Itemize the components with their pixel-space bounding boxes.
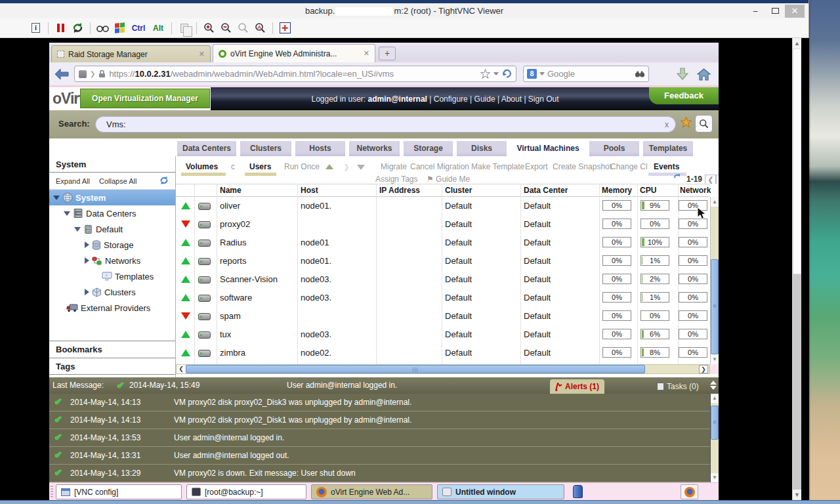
fullscreen-icon[interactable]: ✛ — [278, 21, 292, 35]
expand-arrow-icon[interactable] — [85, 289, 89, 295]
col-header-memory[interactable]: Memory — [602, 186, 632, 195]
sidebar-bookmarks-header[interactable]: Bookmarks — [49, 341, 175, 357]
vm-row-radius[interactable]: Radius node01 Default Default 0% 10% 0% — [176, 234, 710, 252]
zoom-out-icon[interactable] — [219, 21, 233, 35]
expand-all-link[interactable]: Expand All — [56, 177, 90, 185]
taskbar-ovirt-window[interactable]: oVirt Engine Web Ad... — [311, 484, 432, 499]
tab-storage[interactable]: Storage — [402, 140, 454, 156]
tree-item-storage[interactable]: Storage — [49, 237, 175, 253]
tab-hosts[interactable]: Hosts — [294, 140, 346, 156]
site-identity-icon[interactable] — [79, 70, 87, 78]
taskbar-vnc-config[interactable]: [VNC config] — [56, 484, 182, 499]
event-row[interactable]: ✔ 2014-May-14, 13:29 VM proxy02 is down.… — [49, 465, 710, 482]
expand-arrow-icon[interactable] — [85, 242, 89, 248]
event-row[interactable]: ✔ 2014-May-14, 14:13 VM proxy02 disk pro… — [49, 411, 710, 429]
tab-templates[interactable]: Templates — [642, 140, 694, 156]
refresh-icon[interactable] — [71, 21, 85, 35]
vm-row-reports[interactable]: reports node01. Default Default 0% 1% 0% — [176, 252, 710, 270]
collapse-arrow-icon[interactable] — [64, 211, 70, 216]
subtab-users[interactable]: Users — [249, 162, 271, 171]
event-row[interactable]: ✔ 2014-May-14, 13:31 User admin@internal… — [49, 447, 710, 465]
file-transfer-icon[interactable] — [177, 21, 191, 35]
new-connection-icon[interactable] — [0, 21, 9, 35]
run-icon[interactable] — [326, 164, 333, 169]
browser-tab-ovirt[interactable]: oVirt Engine Web Administra... ✕ — [213, 44, 375, 62]
web-search-input[interactable] — [547, 69, 632, 79]
run-once-button[interactable]: Run Once — [284, 162, 320, 171]
tab-pools[interactable]: Pools — [588, 140, 640, 156]
vm-grid-scrollbar[interactable]: ▲ ≡ ▼ — [710, 197, 719, 364]
alerts-button[interactable]: Alerts (1) — [550, 379, 604, 394]
tasks-button[interactable]: Tasks (0) — [652, 379, 704, 394]
tree-item-clusters[interactable]: Clusters — [49, 284, 175, 300]
panel-collapse-control[interactable] — [710, 381, 717, 390]
tab-data-centers[interactable]: Data Centers — [176, 140, 238, 156]
binoculars-icon[interactable] — [635, 70, 645, 78]
close-button[interactable]: ✕ — [785, 5, 805, 18]
col-header-cpu[interactable]: CPU — [640, 186, 656, 195]
col-header-network[interactable]: Network — [680, 186, 711, 195]
col-header-name[interactable]: Name — [220, 186, 242, 195]
scroll-up-icon[interactable]: ▲ — [711, 394, 719, 403]
subtab-volumes[interactable]: Volumes — [186, 162, 218, 171]
windows-key-icon[interactable] — [113, 21, 127, 35]
vm-row-proxy02[interactable]: proxy02 Default Default 0% 0% 0% — [176, 215, 710, 234]
home-icon[interactable] — [695, 66, 712, 83]
tab-disks[interactable]: Disks — [455, 140, 508, 156]
vm-row-oliver[interactable]: oliver node01. Default Default 0% 9% 0% — [176, 197, 710, 215]
url-dropdown-icon[interactable] — [494, 72, 499, 75]
tree-item-networks[interactable]: Networks — [49, 253, 175, 268]
assign-tags-button[interactable]: Assign Tags — [375, 175, 417, 184]
connection-options-icon[interactable] — [12, 21, 26, 35]
scrollbar-thumb[interactable]: ||| — [186, 365, 645, 373]
reload-icon[interactable] — [502, 69, 512, 79]
subtab-events[interactable]: Events — [654, 162, 679, 171]
tree-item-external-providers[interactable]: External Providers — [49, 300, 175, 316]
zoom-auto-icon[interactable]: A — [253, 21, 267, 35]
make-template-button[interactable]: Make Template — [471, 162, 524, 171]
collapse-arrow-icon[interactable] — [53, 196, 60, 200]
scroll-up-icon[interactable]: ▲ — [793, 38, 801, 49]
tab-close-icon[interactable]: ✕ — [364, 49, 369, 58]
expand-arrow-icon[interactable] — [85, 257, 89, 264]
migrate-button[interactable]: Migrate — [381, 162, 407, 171]
col-header-cluster[interactable]: Cluster — [445, 186, 472, 195]
suspend-icon[interactable]: ☽ — [341, 163, 349, 173]
new-tab-button[interactable]: + — [379, 47, 396, 60]
back-button[interactable] — [53, 66, 70, 83]
events-scrollbar[interactable]: ▲ ≡ ▼ — [710, 394, 719, 482]
event-row[interactable]: ✔ 2014-May-14, 13:53 User admin@internal… — [49, 429, 710, 447]
zoom-100-icon[interactable] — [236, 21, 250, 35]
pause-icon[interactable] — [54, 21, 68, 35]
url-bar[interactable]: ❯ https://10.0.2.31/webadmin/webadmin/We… — [74, 66, 516, 82]
clear-search-icon[interactable]: x — [665, 120, 669, 129]
tab-networks[interactable]: Networks — [348, 140, 401, 156]
vm-row-scanner-vision[interactable]: Scanner-Vision node03. Default Default 0… — [176, 270, 710, 289]
change-cd-button[interactable]: Change Cl — [610, 162, 648, 171]
search-field[interactable]: x — [95, 116, 676, 133]
scrollbar-thumb[interactable] — [793, 49, 801, 274]
feedback-button[interactable]: Feedback — [649, 87, 719, 104]
vm-row-zimbra[interactable]: zimbra node02. Default Default 0% 8% 0% — [176, 344, 710, 362]
taskbar-terminal[interactable]: [root@backup:~] — [186, 484, 306, 499]
minimize-button[interactable]: – — [746, 5, 765, 18]
stop-icon[interactable] — [357, 165, 365, 170]
connection-info-icon[interactable] — [29, 21, 43, 35]
browser-tab-raid-storage[interactable]: Raid Storage Manager ✕ — [51, 45, 211, 62]
page-next-icon[interactable]: ❯ — [715, 175, 719, 184]
guide-me-button[interactable]: ⚑ Guide Me — [427, 175, 470, 184]
tree-item-system[interactable]: System — [49, 190, 175, 205]
tree-item-data-centers[interactable]: Data Centers — [49, 205, 175, 221]
sidebar-system-header[interactable]: System — [49, 156, 175, 173]
vm-row-spam[interactable]: spam Default Default 0% 0% 0% — [176, 307, 710, 326]
tree-refresh-icon[interactable] — [159, 176, 169, 186]
download-icon[interactable] — [674, 66, 691, 83]
export-button[interactable]: Export — [525, 162, 548, 171]
vnc-titlebar[interactable]: backup.m:2 (root) - TightVNC Viewer – ✕ — [0, 3, 808, 18]
tab-virtual-machines[interactable]: Virtual Machines — [509, 140, 587, 156]
scroll-down-icon[interactable]: ▼ — [711, 354, 719, 364]
scroll-right-icon[interactable]: ❯ — [699, 365, 708, 373]
scroll-down-icon[interactable]: ▼ — [793, 490, 801, 500]
col-header-host[interactable]: Host — [301, 186, 318, 195]
ctrl-alt-del-icon[interactable] — [96, 21, 110, 35]
